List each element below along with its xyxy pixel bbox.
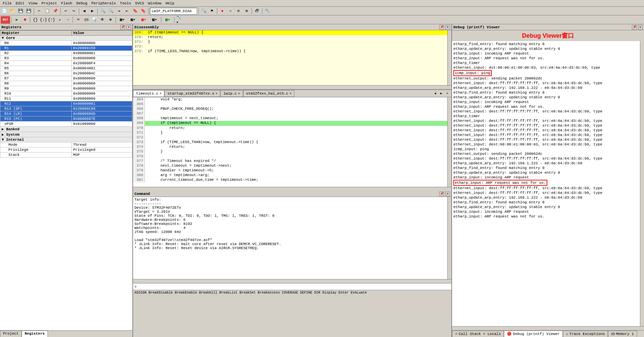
tab-startup[interactable]: startup_stm32f407xx.s ✕ <box>164 90 220 97</box>
table-row[interactable]: R80x00000000 <box>0 81 132 86</box>
step-over[interactable]: {} <box>32 16 39 24</box>
table-row[interactable]: R20x00000001 <box>0 51 132 56</box>
settings-btn[interactable]: ⚙ <box>243 7 250 15</box>
tab-project[interactable]: Project <box>0 331 22 337</box>
disassembly-content[interactable]: 369: if (tmptimeout == NULL) { 370: retu… <box>133 30 447 85</box>
breakpoints[interactable]: ⊛ <box>107 16 114 24</box>
table-row[interactable]: R00x00000000 <box>0 41 132 46</box>
tab-memory-1[interactable]: 🗃 Memory 1 <box>608 331 637 337</box>
open-btn[interactable]: 📂 <box>9 7 16 15</box>
disassembly-scrollbar[interactable] <box>447 30 451 85</box>
table-row[interactable]: R90x00000000 <box>0 86 132 91</box>
bookmark-btn[interactable]: 🔖 <box>131 7 139 15</box>
save-all-btn[interactable]: 💾 <box>25 7 32 15</box>
tab-registers[interactable]: Registers <box>22 331 47 337</box>
search-btn[interactable]: 🔍 <box>200 7 207 15</box>
tools-extra[interactable]: 🔧▾ <box>176 16 183 24</box>
mem-view[interactable]: 🗃 <box>83 16 90 24</box>
view-selector4[interactable]: ▦▾ <box>150 16 160 24</box>
table-row[interactable]: R14 (LR)0x0800686D <box>0 111 132 116</box>
rst-btn[interactable]: RST <box>1 16 10 24</box>
menu-debug[interactable]: Debug <box>74 1 89 6</box>
window-btn[interactable]: 🗗 <box>253 7 261 15</box>
tab-call-stack[interactable]: ⚡ Call Stack + Locals <box>452 331 504 337</box>
table-row[interactable]: xPSR0x61000000 <box>0 122 132 127</box>
registers-pin-btn[interactable]: 📌 <box>120 25 125 30</box>
circle-btn[interactable]: ○ <box>227 7 234 15</box>
flag-btn[interactable]: ⚑ <box>208 7 216 15</box>
tab-trace-exceptions[interactable]: ⚠ Trace Exceptions <box>563 331 608 337</box>
disasm-view[interactable]: ⌨ <box>74 16 82 24</box>
command-input-field[interactable] <box>138 285 451 289</box>
find-btn[interactable]: 🔍 <box>99 7 106 15</box>
command-pin-btn[interactable]: 📌 <box>439 192 444 196</box>
registers-close-btn[interactable]: ✕ <box>126 25 131 30</box>
source-scrollbar[interactable] <box>447 97 451 187</box>
tab-lwip[interactable]: lwip.c ✕ <box>220 90 243 97</box>
bookmark2-btn[interactable]: 🔖 <box>139 7 147 15</box>
record-btn[interactable]: ● <box>219 7 226 15</box>
back-btn[interactable]: ◀ <box>80 7 88 15</box>
menu-flash[interactable]: Flash <box>59 1 74 6</box>
fwd-btn[interactable]: ▶ <box>89 7 96 15</box>
reg-group-internal[interactable]: ▼ Internal <box>0 137 132 142</box>
step-in[interactable]: {↓} <box>40 16 47 24</box>
disassembly-close-btn[interactable]: ✕ <box>445 25 450 30</box>
table-row[interactable]: R15 (PC)0x0800687E <box>0 116 132 122</box>
view-selector3[interactable]: ▦▾ <box>139 16 149 24</box>
disassembly-pin-btn[interactable]: 📌 <box>439 25 444 30</box>
debug-pin-btn[interactable]: 📌 <box>632 25 637 30</box>
run-btn[interactable]: ▶ <box>13 16 21 24</box>
tab-close-all[interactable]: ✕ <box>445 91 450 96</box>
reg-group-core[interactable]: ▼ Core <box>0 36 132 41</box>
menu-window[interactable]: Window <box>146 1 164 6</box>
tool-btn[interactable]: 🔧 <box>264 7 271 15</box>
cut-btn[interactable]: ✂ <box>35 7 43 15</box>
table-row[interactable]: R13 (SP)0x20006C88 <box>0 106 132 111</box>
table-row[interactable]: R110x00000000 <box>0 96 132 101</box>
new-btn[interactable]: 📄 <box>1 7 8 15</box>
watch-view[interactable]: 👁 <box>99 16 106 24</box>
undo-btn[interactable]: ↩ <box>62 7 69 15</box>
clear-btn[interactable]: ⊘ <box>235 7 242 15</box>
reg-group-system[interactable]: ▶ System <box>0 132 132 137</box>
reg-view[interactable]: 📊 <box>91 16 98 24</box>
command-hscroll[interactable] <box>133 279 451 283</box>
tab-eth[interactable]: stm32f4xx_hal_eth.c ✕ <box>243 90 295 97</box>
view-selector2[interactable]: ▦▾ <box>128 16 138 24</box>
tab-timeouts-close[interactable]: ✕ <box>160 92 161 95</box>
menu-tools[interactable]: Tools <box>118 1 133 6</box>
table-row[interactable]: R70x80000000 <box>0 76 132 81</box>
menu-help[interactable]: Help <box>163 1 176 6</box>
tab-scroll-left[interactable]: ◀ <box>432 91 438 96</box>
next-step[interactable]: → <box>64 16 71 24</box>
table-row[interactable]: StackMSP <box>0 153 132 158</box>
table-row[interactable]: R50x00004001 <box>0 66 132 71</box>
tab-timeouts-c[interactable]: timeouts.c ✕ <box>133 90 164 97</box>
source-hscroll[interactable] <box>133 187 451 191</box>
indent-btn[interactable]: ⇥ <box>115 7 123 15</box>
registers-table[interactable]: Register Value ▼ CoreR00x00000000R10x200… <box>0 30 132 330</box>
menu-file[interactable]: File <box>1 1 13 6</box>
tab-scroll-right[interactable]: ▶ <box>439 91 444 96</box>
menu-project[interactable]: Project <box>39 1 59 6</box>
tab-debug-printf[interactable]: 🔴 Debug (printf) Viewer <box>504 331 563 337</box>
menu-edit[interactable]: Edit <box>13 1 26 6</box>
table-row[interactable]: R30x00000000 <box>0 56 132 61</box>
tab-lwip-close[interactable]: ✕ <box>238 92 240 95</box>
view-selector5[interactable]: ▦▾ <box>163 16 173 24</box>
find2-btn[interactable]: 🔍 <box>107 7 115 15</box>
command-close-btn[interactable]: ✕ <box>445 192 450 196</box>
table-row[interactable]: ModeThread <box>0 142 132 147</box>
outdent-btn[interactable]: ⇤ <box>123 7 131 15</box>
source-content[interactable]: 364 void *arg;365366 PBUF_CHECK_FREE_OOS… <box>133 97 447 187</box>
debug-content[interactable]: etharp_find_entry: found matching entry … <box>452 41 640 326</box>
table-row[interactable]: R60x200000AC <box>0 71 132 76</box>
table-row[interactable]: R120x00000001 <box>0 101 132 106</box>
table-row[interactable]: PrivilegePrivileged <box>0 147 132 153</box>
tab-eth-close[interactable]: ✕ <box>290 92 291 95</box>
reg-group-banked[interactable]: ▶ Banked <box>0 127 132 132</box>
menu-view[interactable]: View <box>27 1 39 6</box>
run-to-cursor[interactable]: ↗ <box>56 16 63 24</box>
save-btn[interactable]: 💾 <box>17 7 24 15</box>
